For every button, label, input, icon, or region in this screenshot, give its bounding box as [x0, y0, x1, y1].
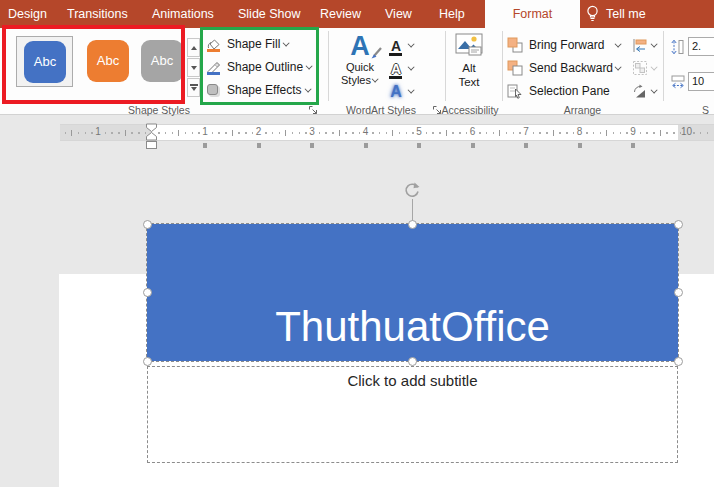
text-outline-icon: A	[388, 62, 404, 76]
ruler-tick	[71, 130, 72, 136]
sizing-handle-6[interactable]	[143, 357, 152, 366]
text-outline-button[interactable]: A	[388, 58, 422, 79]
group-button[interactable]	[632, 58, 658, 78]
sizing-handle-3[interactable]	[674, 220, 683, 229]
chevron-down-icon	[615, 40, 622, 47]
ribbon: AbcAbcAbc Shape Fill Shape Outline Shape…	[0, 28, 714, 115]
ruler-tick	[218, 132, 220, 134]
shape-width-input[interactable]: 10	[688, 72, 714, 91]
shape-styles-dialog-launcher-icon[interactable]	[308, 105, 319, 116]
sizing-handle-8[interactable]	[674, 357, 683, 366]
ruler-tick	[91, 132, 93, 134]
ruler-tick	[78, 132, 80, 134]
tab-animations[interactable]: Animations	[152, 0, 214, 28]
ruler-tick	[432, 132, 434, 134]
ruler-tick	[506, 132, 508, 134]
ruler-tick	[125, 130, 126, 136]
shape-style-thumbnail-2[interactable]: Abc	[80, 36, 137, 87]
ruler-tick	[593, 132, 595, 134]
ruler-tick	[158, 132, 160, 134]
rotate-button[interactable]	[632, 81, 658, 101]
chevron-down-icon	[408, 87, 415, 94]
down-arrow-icon	[191, 87, 197, 91]
quick-styles-label-line1: Quick	[334, 61, 386, 74]
chevron-down-icon	[651, 40, 658, 47]
default-tab-stop	[578, 143, 582, 148]
ruler-tick	[426, 132, 428, 134]
group-separator	[502, 31, 503, 101]
ruler-tick	[459, 132, 461, 134]
sizing-handle-7[interactable]	[408, 357, 417, 366]
ruler-tick	[553, 130, 554, 136]
ruler-tick	[452, 132, 454, 134]
ruler-number: 7	[523, 126, 529, 137]
shape-outline-label: Shape Outline	[227, 60, 303, 74]
ruler-tick	[626, 132, 628, 134]
ruler-tick	[666, 132, 668, 134]
ruler-number: 9	[630, 126, 636, 137]
subtitle-placeholder[interactable]: Click to add subtitle	[147, 366, 678, 463]
ruler-tick	[345, 132, 347, 134]
ruler-tick	[499, 130, 500, 136]
gallery-scroll-down-button[interactable]	[187, 58, 200, 77]
tab-design[interactable]: Design	[8, 0, 47, 28]
tab-tell-me[interactable]: Tell me	[586, 0, 646, 28]
sizing-handle-4[interactable]	[143, 288, 152, 297]
ruler-tick	[646, 132, 648, 134]
tab-view[interactable]: View	[385, 0, 412, 28]
tab-transitions[interactable]: Transitions	[67, 0, 128, 28]
group-separator	[328, 31, 329, 101]
shape-outline-button[interactable]: Shape Outline	[206, 57, 318, 77]
send-backward-button[interactable]: Send Backward	[507, 58, 622, 78]
ruler-tick	[172, 132, 174, 134]
ruler-tick	[105, 132, 107, 134]
gallery-more-button[interactable]	[187, 78, 200, 97]
bring-forward-button[interactable]: Bring Forward	[507, 35, 622, 55]
selection-pane-label: Selection Pane	[529, 84, 611, 98]
indent-markers[interactable]	[145, 123, 158, 150]
ruler-tick	[479, 132, 481, 134]
chevron-down-icon	[306, 62, 313, 69]
rotation-handle-icon[interactable]	[403, 181, 421, 199]
shape-effects-button[interactable]: Shape Effects	[206, 80, 318, 100]
tab-format[interactable]: Format	[485, 0, 580, 28]
align-icon	[632, 38, 648, 53]
ruler-tick	[406, 132, 408, 134]
lightbulb-icon	[586, 5, 599, 23]
group-label-wordart-styles: WordArt Styles	[330, 104, 432, 116]
ruler-tick	[466, 132, 468, 134]
ruler-tick	[399, 132, 401, 134]
align-button[interactable]	[632, 35, 658, 55]
shape-style-thumbnail-3[interactable]: Abc	[134, 36, 191, 87]
default-tab-stop	[631, 143, 635, 148]
ruler-tick	[292, 132, 294, 134]
selection-pane-button[interactable]: Selection Pane	[507, 81, 611, 101]
alt-text-icon	[455, 33, 483, 57]
text-fill-button[interactable]: A	[388, 35, 422, 56]
gallery-scroll-up-button[interactable]	[187, 38, 200, 57]
ruler-tick	[519, 132, 521, 134]
tab-slide-show[interactable]: Slide Show	[238, 0, 301, 28]
shape-fill-button[interactable]: Shape Fill	[206, 34, 318, 54]
text-effects-button[interactable]: A	[388, 81, 422, 102]
ruler-tick	[138, 132, 140, 134]
ruler-tick	[325, 132, 327, 134]
shape-height-input[interactable]: 2.	[688, 37, 714, 56]
ruler-tick	[707, 132, 709, 134]
sizing-handle-1[interactable]	[143, 220, 152, 229]
ruler-tick	[439, 132, 441, 134]
chevron-down-icon	[651, 63, 658, 70]
sizing-handle-2[interactable]	[408, 220, 417, 229]
ruler-tick	[600, 132, 602, 134]
sizing-handle-5[interactable]	[674, 288, 683, 297]
tab-help[interactable]: Help	[439, 0, 465, 28]
tab-review[interactable]: Review	[320, 0, 361, 28]
horizontal-ruler[interactable]: 112345678910	[60, 124, 714, 141]
chevron-down-icon	[408, 64, 415, 71]
shape-style-thumbnail-1[interactable]: Abc	[16, 36, 73, 87]
chevron-down-icon	[304, 85, 311, 92]
alt-text-button[interactable]: Alt Text	[446, 33, 492, 101]
quick-styles-button[interactable]: A Quick Styles	[334, 31, 386, 103]
ruler-tick	[412, 132, 414, 134]
default-tab-stop	[524, 143, 528, 148]
